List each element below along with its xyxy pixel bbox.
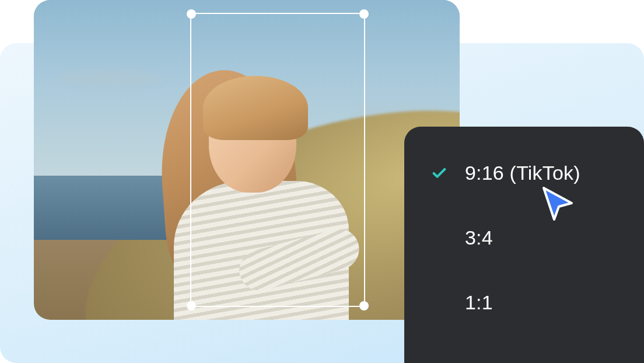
ratio-label: 1:1 [465,291,493,314]
crop-handle-top-left[interactable] [187,9,196,19]
ratio-option-1-1[interactable]: 1:1 [430,291,618,314]
check-icon [430,164,449,183]
crop-handle-bottom-left[interactable] [187,301,196,310]
crop-handle-top-right[interactable] [359,9,369,19]
aspect-ratio-menu: 9:16 (TikTok) 3:4 1:1 [404,127,644,363]
ratio-option-9-16[interactable]: 9:16 (TikTok) [430,162,618,184]
crop-handle-bottom-right[interactable] [359,301,369,310]
ratio-label: 9:16 (TikTok) [465,162,580,184]
ratio-label: 3:4 [465,226,493,249]
check-placeholder [430,229,449,247]
check-placeholder [430,294,449,312]
photo-illustration [34,0,460,320]
ratio-option-3-4[interactable]: 3:4 [430,226,618,249]
photo-preview[interactable] [34,0,460,320]
